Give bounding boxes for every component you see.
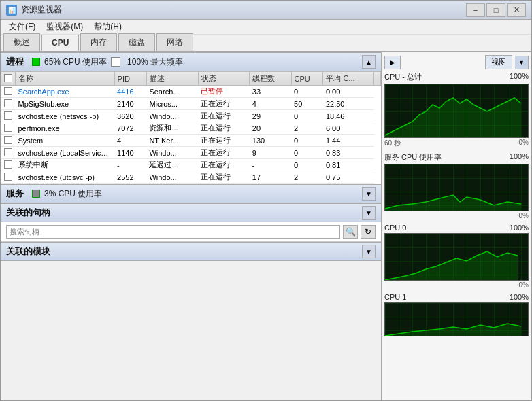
row-status: 正在运行 — [198, 147, 250, 159]
modules-title: 关联的模块 — [6, 245, 50, 258]
tab-cpu[interactable]: CPU — [41, 35, 79, 51]
row-name[interactable]: svchost.exe (utcsvc -p) — [16, 171, 115, 184]
services-collapse-btn[interactable]: ▼ — [362, 187, 376, 201]
table-row[interactable]: MpSigStub.exe 2140 Micros... 正在运行 4 50 2… — [1, 98, 381, 110]
services-cpu-indicator — [32, 190, 40, 198]
row-name[interactable]: svchost.exe (LocalServiceN... — [16, 147, 115, 159]
handles-collapse-btn[interactable]: ▼ — [362, 206, 376, 220]
chart-service-cpu: 服务 CPU 使用率 100% 0% — [384, 152, 529, 220]
handles-header[interactable]: 关联的句柄 ▼ — [1, 203, 381, 222]
row-threads: 17 — [250, 171, 291, 184]
table-row[interactable]: svchost.exe (netsvcs -p) 3620 Windo... 正… — [1, 110, 381, 122]
row-name[interactable]: svchost.exe (netsvcs -p) — [16, 110, 115, 122]
minimize-button[interactable]: − — [466, 3, 485, 17]
row-desc: 资源和... — [146, 122, 198, 135]
row-cpu: 0 — [291, 110, 323, 122]
chart-service-cpu-max: 100% — [510, 152, 529, 162]
process-section: 进程 65% CPU 使用率 100% 最大频率 ▲ 名 — [1, 52, 381, 184]
freq-label: 100% 最大频率 — [127, 56, 183, 68]
handles-title: 关联的句柄 — [6, 207, 50, 219]
menu-file[interactable]: 文件(F) — [3, 20, 41, 34]
close-button[interactable]: ✕ — [507, 3, 526, 17]
row-pid: 1140 — [114, 147, 146, 159]
chart-cpu1: CPU 1 100% — [384, 293, 529, 336]
row-cb[interactable] — [1, 159, 16, 171]
row-name[interactable]: 系统中断 — [16, 159, 115, 171]
row-name[interactable]: perfmon.exe — [16, 122, 115, 135]
chart-cpu0: CPU 0 100% 0% — [384, 224, 529, 289]
menu-monitor[interactable]: 监视器(M) — [41, 20, 88, 34]
table-row[interactable]: System 4 NT Ker... 正在运行 130 0 1.44 — [1, 135, 381, 147]
chart-cpu0-box — [384, 233, 529, 281]
table-row[interactable]: perfmon.exe 7072 资源和... 正在运行 20 2 6.00 — [1, 122, 381, 135]
menu-help[interactable]: 帮助(H) — [88, 20, 127, 34]
row-cb[interactable] — [1, 147, 16, 159]
table-row[interactable]: svchost.exe (utcsvc -p) 2552 Windo... 正在… — [1, 171, 381, 184]
chart-cpu0-min: 0% — [519, 281, 529, 289]
tab-network[interactable]: 网络 — [156, 33, 193, 51]
col-desc[interactable]: 描述 — [146, 72, 198, 86]
modules-header[interactable]: 关联的模块 ▼ — [1, 242, 381, 261]
tab-overview[interactable]: 概述 — [3, 33, 40, 51]
col-name[interactable]: 名称 — [16, 72, 115, 86]
table-row[interactable]: svchost.exe (LocalServiceN... 1140 Windo… — [1, 147, 381, 159]
chart-cpu-total-title: CPU - 总计 — [384, 72, 422, 82]
row-cpu: 0 — [291, 135, 323, 147]
row-status: 正在运行 — [198, 98, 250, 110]
process-collapse-btn[interactable]: ▲ — [362, 55, 376, 69]
services-title: 服务 — [6, 188, 24, 200]
services-header[interactable]: 服务 3% CPU 使用率 ▼ — [1, 184, 381, 203]
services-section: 服务 3% CPU 使用率 ▼ — [1, 184, 381, 203]
chart-cpu-total-time: 60 秒 — [384, 139, 401, 148]
chart-cpu-total-bottom: 60 秒 0% — [384, 139, 529, 148]
modules-collapse-btn[interactable]: ▼ — [362, 245, 376, 258]
row-threads: 130 — [250, 135, 291, 147]
search-icon-btn[interactable]: 🔍 — [343, 225, 358, 239]
maximize-button[interactable]: □ — [486, 3, 505, 17]
handles-search-row: 🔍 ↻ — [1, 222, 381, 242]
col-threads[interactable]: 线程数 — [250, 72, 291, 86]
row-status: 已暂停 — [198, 86, 250, 98]
row-name[interactable]: System — [16, 135, 115, 147]
row-desc: 延迟过... — [146, 159, 198, 171]
row-cb[interactable] — [1, 122, 16, 135]
view-button[interactable]: 视图 — [485, 55, 512, 69]
col-pid[interactable]: PID — [114, 72, 146, 86]
table-row[interactable]: SearchApp.exe 4416 Search... 已暂停 33 0 0.… — [1, 86, 381, 98]
row-cb[interactable] — [1, 171, 16, 184]
col-status[interactable]: 状态 — [198, 72, 250, 86]
tab-memory[interactable]: 内存 — [80, 33, 117, 51]
chart-cpu0-svg — [385, 234, 528, 280]
refresh-icon-btn[interactable]: ↻ — [361, 225, 376, 239]
col-cpu[interactable]: CPU — [291, 72, 323, 86]
row-name[interactable]: MpSigStub.exe — [16, 98, 115, 110]
process-title: 进程 — [6, 56, 24, 68]
row-cb[interactable] — [1, 110, 16, 122]
view-dropdown-btn[interactable]: ▼ — [515, 56, 529, 69]
tab-disk[interactable]: 磁盘 — [118, 33, 155, 51]
right-expand-btn[interactable]: ► — [384, 56, 401, 69]
row-pid: 3620 — [114, 110, 146, 122]
row-cb[interactable] — [1, 135, 16, 147]
row-threads: 29 — [250, 110, 291, 122]
chart-cpu-total-label-row: CPU - 总计 100% — [384, 72, 529, 82]
process-table-body: SearchApp.exe 4416 Search... 已暂停 33 0 0.… — [1, 86, 381, 184]
modules-section: 关联的模块 ▼ — [1, 242, 381, 261]
col-avg[interactable]: 平均 C... — [323, 72, 374, 86]
row-name[interactable]: SearchApp.exe — [16, 86, 115, 98]
chart-cpu1-title: CPU 1 — [384, 293, 406, 301]
process-header[interactable]: 进程 65% CPU 使用率 100% 最大频率 ▲ — [1, 52, 381, 71]
col-cb[interactable] — [1, 72, 16, 86]
row-cb[interactable] — [1, 98, 16, 110]
row-desc: Windo... — [146, 147, 198, 159]
handles-search-input[interactable] — [6, 225, 340, 239]
row-desc: Windo... — [146, 171, 198, 184]
row-cb[interactable] — [1, 86, 16, 98]
row-cpu: 2 — [291, 122, 323, 135]
chart-cpu-total-max: 100% — [510, 72, 529, 82]
chart-cpu0-bottom: 0% — [384, 281, 529, 289]
right-panel: ► 视图 ▼ CPU - 总计 100% — [382, 52, 531, 400]
table-row[interactable]: 系统中断 - 延迟过... 正在运行 - 0 0.81 — [1, 159, 381, 171]
app-icon: 📊 — [6, 5, 17, 16]
row-desc: Micros... — [146, 98, 198, 110]
